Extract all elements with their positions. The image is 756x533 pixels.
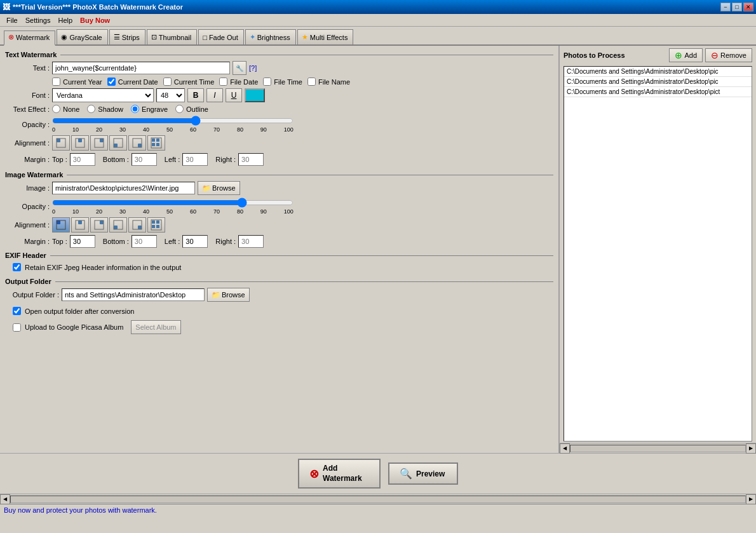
underline-button[interactable]: U (226, 88, 242, 102)
align-top-center[interactable] (71, 135, 89, 151)
effect-shadow[interactable]: Shadow (87, 105, 123, 113)
effect-outline[interactable]: Outline (175, 105, 208, 113)
effect-shadow-input[interactable] (87, 105, 95, 113)
align-tile[interactable] (147, 135, 165, 151)
margin-top-input[interactable] (70, 153, 95, 166)
tab-brightness[interactable]: ✦ Brightness (245, 29, 296, 44)
scroll-right-button[interactable]: ▶ (746, 443, 756, 454)
align-top-right[interactable] (90, 135, 108, 151)
effect-none[interactable]: None (52, 105, 79, 113)
margin-right-input[interactable] (238, 153, 264, 166)
color-button[interactable] (245, 88, 265, 102)
margin-bottom-input[interactable] (132, 153, 157, 166)
minimize-button[interactable]: − (720, 3, 731, 11)
img-margin-top-input[interactable] (70, 235, 95, 248)
file-item-1[interactable]: C:\Documents and Settings\Administrator\… (564, 67, 752, 77)
checkbox-file-date[interactable]: File Date (219, 78, 258, 86)
bold-button[interactable]: B (187, 88, 204, 102)
checkbox-file-time-input[interactable] (263, 78, 271, 86)
image-slider-labels: 01020 304050 607080 90100 (52, 208, 294, 215)
img-align-tile[interactable] (147, 217, 165, 233)
menu-file[interactable]: File (3, 16, 22, 25)
upload-picasa-checkbox[interactable] (13, 323, 21, 332)
margin-top-label: Top : (52, 156, 67, 163)
checkbox-file-name-label: File Name (318, 78, 350, 86)
checkbox-current-date-input[interactable] (107, 78, 116, 86)
close-button[interactable]: ✕ (743, 3, 753, 11)
tab-fadeout[interactable]: □ Fade Out (198, 29, 244, 44)
text-input[interactable] (52, 62, 230, 74)
scroll-left-button[interactable]: ◀ (560, 443, 570, 454)
output-browse-button[interactable]: 📁 Browse (207, 288, 250, 302)
tab-fadeout-icon: □ (203, 34, 207, 41)
tab-watermark[interactable]: ⊗ Watermark (4, 30, 55, 46)
h-scrollbar-track (10, 496, 746, 503)
svg-rect-6 (114, 144, 118, 147)
output-folder-input[interactable] (62, 288, 205, 301)
img-align-bottom-left[interactable] (109, 217, 127, 233)
remove-label: Remove (720, 51, 746, 59)
tab-multieffects-icon: ★ (302, 33, 308, 41)
img-margin-left-input[interactable] (182, 235, 208, 248)
h-scroll-left-button[interactable]: ◀ (0, 494, 10, 504)
font-select[interactable]: Verdana Arial Times New Roman Courier Ne… (52, 88, 154, 102)
align-bottom-left[interactable] (109, 135, 127, 151)
menu-help[interactable]: Help (54, 16, 76, 25)
svg-rect-8 (138, 144, 142, 147)
img-align-top-center[interactable] (71, 217, 89, 233)
tab-grayscale-label: GrayScale (69, 34, 102, 41)
img-margin-bottom-input[interactable] (132, 235, 157, 248)
file-item-2[interactable]: C:\Documents and Settings\Administrator\… (564, 77, 752, 87)
checkbox-file-date-input[interactable] (219, 78, 227, 86)
text-opacity-row: Opacity : 01020 304050 607080 90100 (5, 116, 553, 133)
menu-settings[interactable]: Settings (22, 16, 55, 25)
checkbox-current-date[interactable]: Current Date (107, 78, 158, 86)
font-size-select[interactable]: 48 81012243672 (156, 88, 185, 102)
image-path-input[interactable] (52, 182, 195, 194)
checkbox-file-name[interactable]: File Name (307, 78, 350, 86)
preview-button[interactable]: 🔍 Preview (388, 462, 458, 485)
file-list: C:\Documents and Settings\Administrator\… (564, 66, 752, 442)
img-align-bottom-right[interactable] (128, 217, 146, 233)
tab-fadeout-label: Fade Out (209, 34, 238, 41)
text-opacity-slider[interactable] (52, 116, 294, 126)
img-align-top-left[interactable] (52, 217, 70, 233)
effect-engrave[interactable]: Engrave (131, 105, 168, 113)
checkbox-file-name-input[interactable] (307, 78, 316, 86)
effect-none-input[interactable] (52, 105, 60, 113)
align-bottom-right[interactable] (128, 135, 146, 151)
open-after-checkbox[interactable] (13, 307, 21, 315)
image-opacity-slider[interactable] (52, 198, 294, 208)
img-margin-right-input[interactable] (238, 235, 264, 248)
tab-strips[interactable]: ☰ Strips (109, 29, 145, 44)
checkbox-current-year[interactable]: Current Year (52, 78, 102, 86)
maximize-button[interactable]: □ (732, 3, 742, 11)
select-album-button[interactable]: Select Album (131, 320, 180, 334)
checkbox-current-year-input[interactable] (52, 78, 60, 86)
image-browse-button[interactable]: 📁 Browse (198, 181, 240, 195)
text-effect-label: Text Effect : (5, 105, 50, 113)
img-align-top-right[interactable] (90, 217, 108, 233)
image-margin-row: Margin : Top : Bottom : Left : Right : (5, 235, 553, 248)
effect-engrave-input[interactable] (131, 105, 139, 113)
tab-grayscale[interactable]: ◉ GrayScale (57, 29, 107, 44)
margin-left-input[interactable] (182, 153, 208, 166)
help-link[interactable]: [?] (249, 64, 257, 72)
remove-button[interactable]: ⊖ Remove (705, 48, 752, 62)
file-item-3[interactable]: C:\Documents and Settings\Administrator\… (564, 87, 752, 97)
checkbox-current-time-input[interactable] (163, 78, 172, 86)
checkbox-current-time[interactable]: Current Time (163, 78, 215, 86)
italic-button[interactable]: I (206, 88, 223, 102)
tab-bar: ⊗ Watermark ◉ GrayScale ☰ Strips ⊡ Thumb… (0, 27, 756, 46)
add-button[interactable]: ⊕ Add (669, 48, 703, 62)
retain-exif-checkbox[interactable] (13, 263, 21, 271)
align-top-left[interactable] (52, 135, 70, 151)
text-format-button[interactable]: 🔧 (233, 61, 246, 75)
h-scroll-right-button[interactable]: ▶ (746, 494, 756, 504)
effect-outline-input[interactable] (175, 105, 184, 113)
tab-multieffects[interactable]: ★ Multi Effects (297, 29, 354, 44)
add-watermark-button[interactable]: ⊗ AddWatermark (298, 459, 381, 489)
tab-thumbnail[interactable]: ⊡ Thumbnail (147, 29, 197, 44)
checkbox-file-time[interactable]: File Time (263, 78, 302, 86)
menu-buy-now[interactable]: Buy Now (76, 16, 114, 25)
